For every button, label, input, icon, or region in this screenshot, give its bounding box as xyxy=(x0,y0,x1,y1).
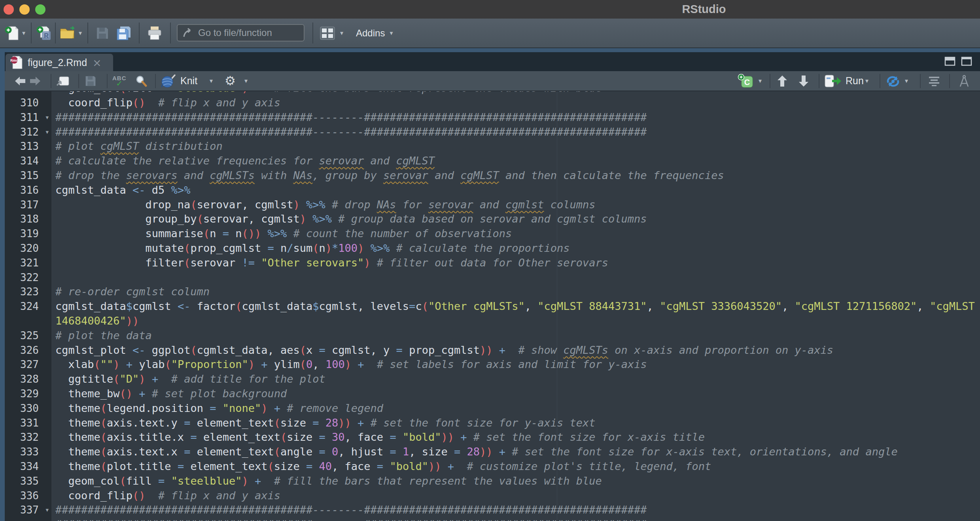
code-line-323[interactable]: 323# re-order cgmlst column xyxy=(5,285,980,299)
zoom-window-button[interactable] xyxy=(35,4,45,15)
line-number[interactable]: 330 xyxy=(5,401,51,416)
line-number[interactable]: 331 xyxy=(5,416,51,430)
source-outline-button[interactable] xyxy=(928,71,940,91)
line-number[interactable] xyxy=(5,91,51,96)
line-number[interactable]: 324 xyxy=(5,299,51,314)
code-line-332[interactable]: 332 theme(axis.title.x = element_text(si… xyxy=(5,430,980,445)
line-number[interactable]: 323 xyxy=(5,285,51,299)
code-line[interactable]: geom_col(fill = "steelblue") + # fill th… xyxy=(5,91,980,96)
back-button[interactable] xyxy=(14,71,26,91)
line-number[interactable] xyxy=(5,314,51,328)
code-line-313[interactable]: 313# plot cgMLST distribution xyxy=(5,139,980,154)
code-line[interactable]: 1468400426")) xyxy=(5,314,980,328)
rerun-dropdown[interactable]: ▾ xyxy=(905,71,908,91)
line-number[interactable]: 317 xyxy=(5,198,51,212)
insert-chunk-dropdown[interactable]: ▾ xyxy=(759,71,762,91)
line-number[interactable] xyxy=(5,517,51,521)
code-line-324[interactable]: 324cgmlst_data$cgmlst <- factor(cgmlst_d… xyxy=(5,299,980,314)
code-line-337[interactable]: 337▾####################################… xyxy=(5,503,980,517)
code-line-315[interactable]: 315# drop the serovars and cgMLSTs with … xyxy=(5,168,980,183)
addins-button[interactable]: Addins ▾ xyxy=(356,19,393,47)
code-line-319[interactable]: 319 summarise(n = n()) %>% # count the n… xyxy=(5,227,980,241)
knit-dropdown[interactable]: ▾ xyxy=(210,71,213,91)
line-number[interactable]: 321 xyxy=(5,256,51,270)
code-line-330[interactable]: 330 theme(legend.position = "none") + # … xyxy=(5,401,980,416)
new-project-button[interactable]: R xyxy=(36,19,53,47)
knit-button[interactable]: Knit xyxy=(161,71,197,91)
maximize-pane-icon[interactable] xyxy=(961,57,972,66)
fold-arrow-icon[interactable]: ▾ xyxy=(45,503,49,517)
code-line-336[interactable]: 336 coord_flip() # flip x and y axis xyxy=(5,489,980,503)
fold-arrow-icon[interactable]: ▾ xyxy=(45,110,49,125)
close-window-button[interactable] xyxy=(4,4,14,15)
code-editor[interactable]: geom_col(fill = "steelblue") + # fill th… xyxy=(5,91,980,521)
line-number[interactable]: 318 xyxy=(5,212,51,227)
save-button[interactable] xyxy=(96,19,109,47)
line-number[interactable]: 326 xyxy=(5,343,51,358)
line-number[interactable]: 333 xyxy=(5,445,51,459)
code-line-327[interactable]: 327 xlab("") + ylab("Proportion") + ylim… xyxy=(5,357,980,372)
code-line-310[interactable]: 310 coord_flip() # flip x and y axis xyxy=(5,96,980,110)
line-number[interactable]: 329 xyxy=(5,387,51,401)
code-area[interactable]: geom_col(fill = "steelblue") + # fill th… xyxy=(5,91,980,521)
save-source-button[interactable] xyxy=(85,71,96,91)
code-line-329[interactable]: 329 theme_bw() + # set plot background xyxy=(5,387,980,401)
run-button[interactable]: Run xyxy=(824,71,864,91)
line-number[interactable]: 315 xyxy=(5,168,51,183)
line-number[interactable]: 313 xyxy=(5,139,51,154)
open-file-button[interactable] xyxy=(59,19,78,47)
new-file-dropdown[interactable]: ▾ xyxy=(22,19,25,47)
code-line-321[interactable]: 321 filter(serovar != "Other serovars") … xyxy=(5,256,980,270)
code-line[interactable]: ########################################… xyxy=(5,517,980,521)
run-dropdown[interactable]: ▾ xyxy=(865,71,868,91)
go-next-chunk-button[interactable] xyxy=(798,71,809,91)
new-file-button[interactable] xyxy=(5,19,20,47)
line-number[interactable]: 316 xyxy=(5,183,51,198)
fold-arrow-icon[interactable]: ▾ xyxy=(45,125,49,140)
line-number[interactable]: 319 xyxy=(5,227,51,241)
code-line-317[interactable]: 317 drop_na(serovar, cgmlst) %>% # drop … xyxy=(5,198,980,212)
minimize-window-button[interactable] xyxy=(19,4,30,15)
code-line-318[interactable]: 318 group_by(serovar, cgmlst) %>% # grou… xyxy=(5,212,980,227)
line-number[interactable]: 320 xyxy=(5,241,51,256)
insert-chunk-button[interactable]: C xyxy=(738,71,755,91)
code-line-331[interactable]: 331 theme(axis.text.y = element_text(siz… xyxy=(5,416,980,430)
code-line-326[interactable]: 326cgmlst_plot <- ggplot(cgmlst_data, ae… xyxy=(5,343,980,358)
goto-file-function-input[interactable]: Go to file/function xyxy=(177,24,305,42)
tab-close-icon[interactable]: × xyxy=(93,57,102,69)
line-number[interactable]: 325 xyxy=(5,328,51,343)
code-line-334[interactable]: 334 theme(plot.title = element_text(size… xyxy=(5,459,980,474)
line-number[interactable]: 327 xyxy=(5,357,51,372)
code-line-325[interactable]: 325# plot the data xyxy=(5,328,980,343)
print-button[interactable] xyxy=(147,19,163,47)
line-number[interactable]: 328 xyxy=(5,372,51,387)
go-previous-chunk-button[interactable] xyxy=(777,71,788,91)
code-line-316[interactable]: 316cgmlst_data <- d5 %>% xyxy=(5,183,980,198)
line-number[interactable]: 314 xyxy=(5,154,51,168)
code-line-328[interactable]: 328 ggtitle("D") + # add title for the p… xyxy=(5,372,980,387)
line-number[interactable]: 322 xyxy=(5,270,51,285)
code-line-314[interactable]: 314# calculate the relative frequencies … xyxy=(5,154,980,168)
line-number[interactable]: 310 xyxy=(5,96,51,110)
panes-dropdown[interactable]: ▾ xyxy=(340,19,343,47)
code-line-335[interactable]: 335 geom_col(fill = "steelblue") + # fil… xyxy=(5,474,980,489)
code-line-311[interactable]: 311▾####################################… xyxy=(5,110,980,125)
spellcheck-button[interactable]: ABC ✓ xyxy=(112,71,127,91)
show-in-new-window-button[interactable] xyxy=(55,71,70,91)
code-line-322[interactable]: 322 xyxy=(5,270,980,285)
minimize-pane-icon[interactable] xyxy=(944,57,955,66)
visual-editor-button[interactable] xyxy=(959,71,970,91)
forward-button[interactable] xyxy=(29,71,41,91)
line-number[interactable]: 334 xyxy=(5,459,51,474)
tab-figure-2-rmd[interactable]: Rmd figure_2.Rmd × xyxy=(6,54,113,71)
rerun-button[interactable] xyxy=(885,71,901,91)
workspace-panes-button[interactable] xyxy=(320,19,335,47)
open-file-dropdown[interactable]: ▾ xyxy=(79,19,82,47)
line-number[interactable]: 336 xyxy=(5,489,51,503)
options-dropdown[interactable]: ▾ xyxy=(244,71,248,91)
code-line-312[interactable]: 312▾####################################… xyxy=(5,125,980,140)
code-line-333[interactable]: 333 theme(axis.text.x = element_text(ang… xyxy=(5,445,980,459)
document-options-button[interactable]: ⚙ xyxy=(225,71,236,91)
find-replace-button[interactable] xyxy=(135,71,147,91)
line-number[interactable]: 337▾ xyxy=(5,503,51,517)
